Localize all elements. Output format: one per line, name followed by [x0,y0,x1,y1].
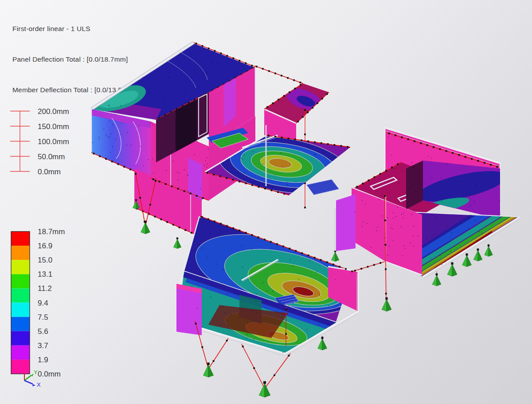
legend-band [11,317,30,331]
legend-value-label: 15.0 [38,256,52,264]
legend-value-label: 18.7mm [38,227,65,236]
color-legend: 18.7mm16.915.013.111.29.47.55.63.71.90.0… [11,227,65,378]
y-axis-label: Y [34,369,38,376]
legend-value-label: 11.2 [38,284,52,293]
ruler-tick-label: 100.0mm [38,137,69,146]
ruler-tick-label: 200.0mm [38,107,69,116]
legend-value-label: 7.5 [38,313,48,322]
legend-band [11,288,30,302]
ruler-tick-label: 0.0mm [38,168,61,176]
legend-band [11,345,30,360]
model-3d-viewport[interactable]: 200.0mm150.0mm100.0mm50.0mm0.0mm 18.7mm1… [0,0,532,404]
ruler-tick-label: 150.0mm [38,122,69,131]
legend-band [11,331,30,345]
ruler-tick-label: 50.0mm [38,153,65,161]
x-axis [24,380,33,384]
legend-band [11,260,30,274]
legend-band [11,274,30,288]
building-model [89,43,520,397]
legend-value-label: 0.0mm [38,370,61,378]
legend-band [11,246,30,260]
right-building [336,128,520,311]
legend-value-label: 13.1 [38,270,52,278]
legend-value-label: 16.9 [38,242,52,250]
y-axis [24,375,31,380]
legend-value-label: 9.4 [38,299,48,307]
legend-band [11,231,30,246]
x-axis-label: X [37,381,41,388]
legend-band [11,303,30,317]
legend-value-label: 1.9 [38,356,48,364]
center-floor-slab [205,128,354,202]
fea-viewport-window: First-order linear - 1 ULS Panel Deflect… [0,0,532,404]
legend-value-label: 3.7 [38,341,48,350]
legend-value-label: 5.6 [38,327,48,336]
left-facade-wall [91,109,151,178]
legend-band [11,360,30,374]
deflection-scale-ruler: 200.0mm150.0mm100.0mm50.0mm0.0mm [10,107,69,176]
